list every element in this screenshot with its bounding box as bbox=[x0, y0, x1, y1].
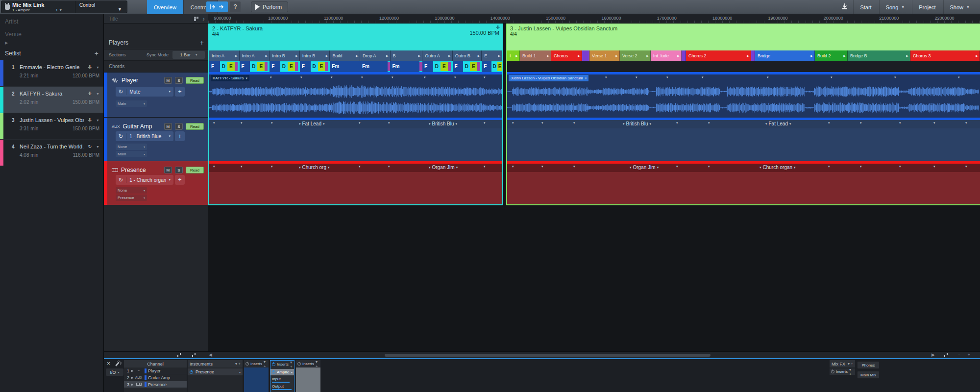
output-route-select[interactable]: Main bbox=[116, 151, 147, 157]
channel-row[interactable]: 1~Player bbox=[124, 368, 187, 374]
automation-marker[interactable]: ▾ bbox=[676, 165, 678, 169]
zoom-fader-icon[interactable] bbox=[943, 353, 949, 358]
automation-marker[interactable]: ▾ bbox=[241, 121, 243, 125]
chevron-plus-icons[interactable]: ▾ + bbox=[235, 362, 241, 366]
automation-mode-button[interactable]: Read bbox=[186, 123, 204, 130]
output-route-select[interactable]: Main bbox=[116, 100, 147, 107]
automation-marker[interactable]: ▾ bbox=[331, 75, 333, 79]
mute-button[interactable]: M bbox=[164, 167, 172, 173]
automation-marker[interactable]: ▾ bbox=[708, 165, 710, 169]
section-marker[interactable]: Build 1-▶- bbox=[520, 50, 551, 61]
section-marker[interactable]: Outro B-▶- bbox=[453, 50, 482, 61]
automation-marker[interactable]: ▾ bbox=[300, 75, 302, 79]
automation-marker[interactable]: ▾ bbox=[424, 75, 426, 79]
section-marker[interactable]: Intro A-▶- bbox=[240, 50, 270, 61]
automation-marker[interactable]: ▾ bbox=[484, 121, 486, 125]
setlist-item[interactable]: 1Emmavie - Electro Genie-‖-▼ 3:21 min120… bbox=[0, 60, 103, 86]
add-song-button[interactable]: + bbox=[95, 50, 98, 56]
song-header[interactable]: 3 - Justin Lassen - Vulpes Obsidian Sanc… bbox=[507, 24, 980, 50]
power-icon[interactable] bbox=[245, 362, 249, 366]
inserts-drop-area[interactable] bbox=[244, 368, 269, 392]
section-marker[interactable]: Verse 2-▶- bbox=[620, 50, 651, 61]
inserts-drop-area[interactable] bbox=[296, 368, 320, 392]
add-patch-button[interactable]: + bbox=[175, 87, 185, 97]
chord-event[interactable]: F bbox=[270, 61, 280, 72]
automation-marker[interactable]: ▾ bbox=[213, 121, 215, 125]
automation-marker[interactable]: ▾ bbox=[933, 165, 935, 169]
automation-marker[interactable]: ▾ bbox=[361, 75, 363, 79]
patch-select[interactable]: ↻1 - Church organ bbox=[116, 175, 173, 185]
chord-event[interactable]: E bbox=[497, 62, 502, 71]
main-mix-output-button[interactable]: Main Mix bbox=[857, 371, 880, 379]
automation-patch-marker[interactable]: ▾Church org▾ bbox=[299, 165, 330, 170]
section-marker[interactable]: Verse 1-▶- bbox=[589, 50, 620, 61]
section-marker[interactable]: Drop A-▶- bbox=[360, 50, 391, 61]
section-marker[interactable]: Chorus-▶- bbox=[551, 50, 582, 61]
patch-select[interactable]: ↻1 - British Blue bbox=[116, 131, 173, 141]
guitar-amp-track-card[interactable]: AUX Guitar Amp M S Read ↻1 - British Blu… bbox=[104, 118, 208, 161]
section-marker[interactable] bbox=[751, 50, 755, 61]
play-mode-icon[interactable]: -‖- bbox=[88, 118, 91, 122]
mute-button[interactable]: M bbox=[164, 123, 172, 130]
automation-mode-button[interactable]: Read bbox=[186, 77, 204, 84]
chord-event[interactable]: D bbox=[311, 62, 318, 71]
automation-marker[interactable]: ▾ bbox=[454, 75, 456, 79]
wrench-icon[interactable] bbox=[115, 362, 120, 367]
venue-field[interactable]: Venue bbox=[0, 27, 103, 40]
automation-marker[interactable]: ▾ bbox=[676, 121, 678, 125]
section-marker[interactable] bbox=[582, 50, 589, 61]
section-marker[interactable]: Chorus 2-▶- bbox=[686, 50, 751, 61]
autoscroll-buttons[interactable] bbox=[206, 1, 228, 12]
automation-marker[interactable]: ▾ bbox=[573, 165, 575, 169]
chord-event[interactable]: Fm bbox=[360, 61, 388, 72]
chord-event[interactable]: D bbox=[220, 62, 227, 71]
power-icon[interactable] bbox=[272, 370, 275, 374]
scroll-right-icon[interactable]: ▶ bbox=[931, 352, 935, 357]
add-patch-button[interactable]: + bbox=[175, 175, 185, 185]
chord-event[interactable]: E bbox=[318, 62, 325, 71]
automation-marker[interactable]: ▾ bbox=[708, 121, 710, 125]
automation-marker[interactable]: ▾ bbox=[359, 165, 361, 169]
io-selector[interactable]: I/O bbox=[106, 368, 123, 376]
section-marker[interactable]: Bridge-▶- bbox=[755, 50, 815, 61]
automation-patch-marker[interactable]: ▾Fat Lead▾ bbox=[299, 121, 325, 126]
automation-marker[interactable]: ▾ bbox=[392, 75, 393, 79]
chord-event[interactable]: D bbox=[250, 62, 257, 71]
channel-row[interactable]: 2AUXGuitar Amp bbox=[124, 374, 187, 381]
add-patch-button[interactable]: + bbox=[175, 131, 185, 141]
mute-button[interactable]: M bbox=[164, 77, 172, 84]
automation-patch-marker[interactable]: ▾Organ Jim▾ bbox=[630, 165, 659, 170]
help-button[interactable]: ? bbox=[230, 1, 241, 12]
chord-event[interactable]: F bbox=[240, 61, 250, 72]
chord-event[interactable]: D bbox=[280, 62, 288, 71]
chord-event[interactable]: D bbox=[463, 62, 470, 71]
instrument-item[interactable]: Presence bbox=[188, 368, 243, 375]
automation-marker[interactable]: ▾ bbox=[541, 121, 543, 125]
control-dropdown-icon[interactable]: ▼ bbox=[118, 7, 122, 12]
automation-patch-marker[interactable]: ▾British Blu▾ bbox=[623, 121, 651, 126]
automation-patch-marker[interactable]: ▾Church organ▾ bbox=[760, 165, 796, 170]
power-icon[interactable] bbox=[297, 362, 301, 366]
title-field[interactable]: Title bbox=[109, 16, 190, 22]
chord-event[interactable]: F bbox=[453, 61, 464, 72]
chevron-down-icon[interactable]: ▼ bbox=[96, 119, 99, 122]
project-menu[interactable]: Project bbox=[912, 0, 942, 14]
setlist-item[interactable]: 2KATFYR - Sakura-‖-▼ 2:02 min150.00 BPM bbox=[0, 86, 103, 113]
section-marker[interactable]: Outro A-▶- bbox=[422, 50, 453, 61]
section-marker[interactable]: B-▶- bbox=[391, 50, 423, 61]
automation-marker[interactable]: ▾ bbox=[241, 165, 243, 169]
audio-clip-label[interactable]: Justin Lassen - Vulpes Obsidian Sanctum▾ bbox=[509, 75, 588, 81]
automation-marker[interactable]: ▾ bbox=[828, 121, 830, 125]
chord-event[interactable]: E bbox=[257, 62, 265, 71]
play-mode-icon[interactable]: ↻ bbox=[88, 144, 92, 149]
power-icon[interactable] bbox=[831, 370, 834, 373]
plugin-param[interactable]: Output bbox=[270, 384, 294, 390]
track-size-icon[interactable] bbox=[176, 353, 182, 358]
close-console-icon[interactable]: × bbox=[107, 360, 110, 367]
zoom-in-icon[interactable]: + bbox=[968, 352, 970, 357]
automation-marker[interactable]: ▾ bbox=[831, 75, 833, 79]
power-icon[interactable] bbox=[272, 363, 275, 366]
show-menu[interactable]: Show▼ bbox=[943, 0, 976, 14]
automation-marker[interactable]: ▾ bbox=[965, 121, 967, 125]
section-marker[interactable]: Int..lude-▶- bbox=[651, 50, 682, 61]
